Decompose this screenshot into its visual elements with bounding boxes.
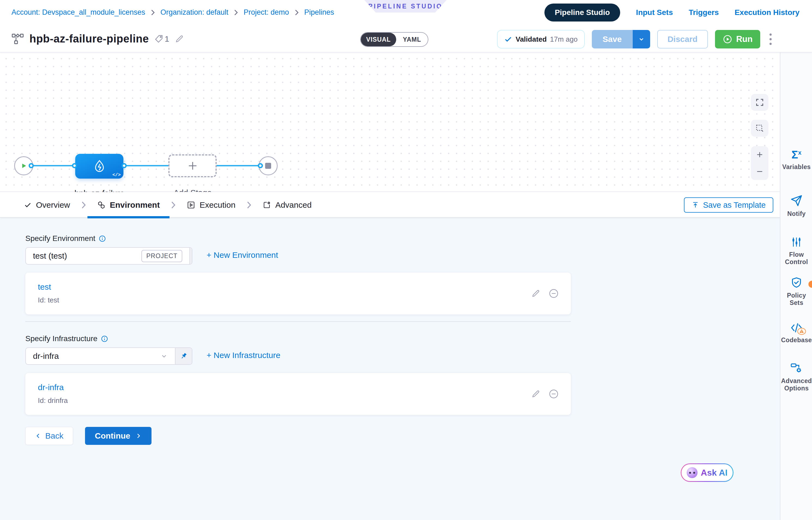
breadcrumb-account[interactable]: Account: Devspace_all_module_licenses: [11, 8, 145, 17]
stage-tab-bar: Overview Environment Execution: [0, 192, 780, 218]
info-icon[interactable]: [99, 235, 106, 242]
play-circle-icon: [723, 34, 733, 44]
chevron-left-icon: [35, 433, 42, 439]
toggle-visual[interactable]: VISUAL: [361, 33, 396, 46]
tab-execution[interactable]: Execution: [177, 192, 245, 218]
pipeline-title: hpb-az-failure-pipeline: [29, 33, 149, 45]
connector-port[interactable]: [29, 163, 34, 168]
pipeline-canvas[interactable]: </> hpb-az-failure Add Stage: [0, 53, 780, 192]
stage-tabs: Overview Environment Execution: [14, 192, 322, 218]
rail-item-codebase[interactable]: Codebase: [780, 322, 812, 344]
environment-card-actions: [531, 288, 559, 298]
tab-advanced[interactable]: Advanced: [253, 192, 321, 218]
run-label: Run: [736, 34, 753, 44]
connector-port[interactable]: [122, 163, 127, 168]
codebase-icon: [790, 322, 803, 333]
save-as-template-button[interactable]: Save as Template: [684, 198, 773, 213]
chevron-right-icon: [170, 201, 177, 209]
breadcrumb-pipelines[interactable]: Pipelines: [304, 8, 334, 17]
tag-count[interactable]: 1: [154, 34, 169, 44]
environment-select: PROJECT: [25, 247, 192, 265]
tab-overview[interactable]: Overview: [14, 192, 80, 218]
ask-ai-button[interactable]: Ask AI: [681, 463, 734, 482]
check-icon: [24, 201, 32, 209]
breadcrumb-project[interactable]: Project: demo: [244, 8, 289, 17]
back-button[interactable]: Back: [25, 427, 73, 445]
rail-item-advanced-options[interactable]: Advanced Options: [780, 362, 812, 392]
visual-yaml-toggle: VISUAL YAML: [360, 32, 428, 47]
chevron-right-icon: [150, 9, 156, 16]
tab-execution-history[interactable]: Execution History: [735, 8, 799, 17]
toggle-yaml[interactable]: YAML: [396, 33, 428, 46]
edit-environment-icon[interactable]: [531, 289, 540, 298]
ai-robot-icon: [687, 467, 697, 478]
run-button[interactable]: Run: [715, 30, 760, 49]
chevron-right-icon: [80, 201, 88, 209]
save-as-template-label: Save as Template: [703, 201, 766, 210]
advanced-options-icon: [790, 362, 803, 374]
tab-label: Overview: [36, 200, 70, 210]
chevron-down-icon: [160, 352, 168, 360]
back-label: Back: [45, 431, 64, 441]
infrastructure-card: dr-infra Id: drinfra: [25, 373, 571, 415]
remove-environment-icon[interactable]: [548, 288, 559, 298]
scope-badge: PROJECT: [142, 250, 182, 262]
rail-item-notify[interactable]: Notify: [780, 194, 812, 217]
rail-label: Advanced Options: [780, 378, 812, 392]
rail-label: Variables: [782, 163, 811, 171]
save-menu-caret[interactable]: [633, 30, 650, 49]
rail-item-variables[interactable]: Σx Variables: [780, 149, 812, 171]
pipeline-title-group: hpb-az-failure-pipeline 1: [11, 33, 184, 45]
tab-input-sets[interactable]: Input Sets: [636, 8, 673, 17]
connector-port[interactable]: [72, 163, 77, 168]
continue-button[interactable]: Continue: [85, 427, 151, 445]
environment-tab-panel: Specify Environment PROJECT + New Enviro…: [0, 218, 780, 520]
chevron-right-icon: [293, 9, 300, 16]
edit-pipeline-icon[interactable]: [175, 34, 184, 44]
chevron-right-icon: [233, 9, 239, 16]
rail-label: Notify: [787, 210, 806, 217]
save-button[interactable]: Save: [592, 30, 633, 49]
pin-environment-button[interactable]: [189, 248, 192, 264]
marquee-select-button[interactable]: [751, 120, 768, 137]
zoom-out-button[interactable]: [751, 163, 768, 180]
environment-card-name[interactable]: test: [38, 282, 558, 292]
environment-icon: [97, 201, 105, 209]
tab-triggers[interactable]: Triggers: [689, 8, 718, 17]
stage-yaml-badge[interactable]: </>: [112, 172, 121, 178]
environment-select-field[interactable]: PROJECT: [26, 248, 189, 264]
infrastructure-select-field[interactable]: [26, 348, 175, 364]
rail-item-flow-control[interactable]: Flow Control: [780, 236, 812, 266]
remove-infrastructure-icon[interactable]: [548, 389, 559, 399]
validated-status[interactable]: Validated 17m ago: [497, 30, 585, 49]
breadcrumb-organization[interactable]: Organization: default: [161, 8, 228, 17]
more-options-icon[interactable]: [767, 31, 774, 47]
rail-item-policy-sets[interactable]: Policy Sets: [780, 277, 812, 307]
save-split-button: Save: [592, 30, 650, 49]
zoom-in-button[interactable]: [751, 146, 768, 163]
pin-infrastructure-button[interactable]: [175, 348, 192, 364]
chevron-right-icon: [245, 201, 253, 209]
environment-card-id: Id: test: [38, 296, 558, 304]
environment-input[interactable]: [33, 251, 138, 261]
tab-environment[interactable]: Environment: [88, 192, 170, 218]
info-icon[interactable]: [101, 335, 108, 342]
new-environment-link[interactable]: + New Environment: [206, 251, 278, 260]
tab-label: Execution: [199, 200, 236, 210]
tab-pipeline-studio[interactable]: Pipeline Studio: [544, 3, 620, 22]
infrastructure-card-name[interactable]: dr-infra: [38, 383, 558, 392]
chaos-stage-icon: [92, 159, 107, 174]
pin-icon: [190, 252, 192, 260]
new-infrastructure-link[interactable]: + New Infrastructure: [206, 350, 280, 360]
fullscreen-button[interactable]: [751, 94, 768, 111]
stage-node-hpb-az-failure[interactable]: </>: [75, 154, 123, 179]
edit-infrastructure-icon[interactable]: [531, 389, 540, 398]
connector-port[interactable]: [258, 163, 263, 168]
discard-button[interactable]: Discard: [657, 30, 708, 49]
infrastructure-input[interactable]: [33, 352, 157, 361]
add-stage-button[interactable]: [168, 154, 217, 177]
rail-label: Codebase: [781, 337, 812, 344]
continue-label: Continue: [95, 431, 130, 441]
pin-icon: [179, 352, 188, 360]
chevron-right-icon: [135, 433, 142, 439]
